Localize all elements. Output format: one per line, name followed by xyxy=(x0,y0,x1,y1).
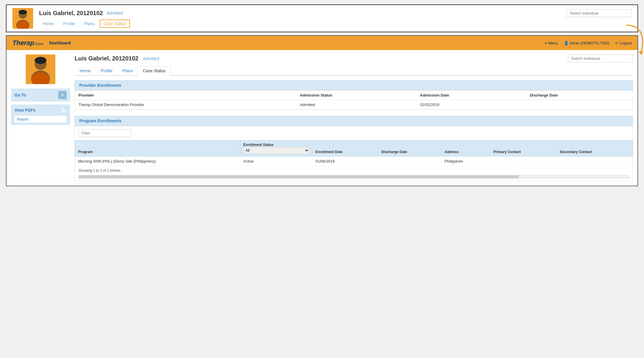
left-sidebar: Go To ▼ View PDFs 📄 Report xyxy=(11,54,70,181)
program-name-cell: Morning Shift (PHL) (Demo Site (Philippi… xyxy=(75,157,240,166)
logout-icon: ↩ xyxy=(615,41,619,45)
discharge-date-cell xyxy=(526,100,633,110)
logo-text: Therap xyxy=(12,39,34,47)
view-pdfs-section: View PDFs 📄 Report xyxy=(11,105,70,125)
logout-label: Logout xyxy=(620,41,632,45)
main-content: Luis Gabriel, 20120102 Admitted Home Pro… xyxy=(75,54,633,181)
showing-entries: Showing 1 to 1 of 1 entries xyxy=(75,166,633,175)
admission-date-cell: 01/02/2019 xyxy=(416,100,526,110)
program-enrollments-header: Program Enrollments xyxy=(75,116,633,126)
program-enrollments-table: Program Enrollment Status All Active Ina… xyxy=(75,140,633,166)
user-icon: 👤 xyxy=(564,41,569,45)
tab-profile[interactable]: Profile xyxy=(96,66,117,75)
menu-label: Menu xyxy=(548,41,558,45)
header-right-controls: ≡ Menu 👤 Imran (DEMOTG-TGD) ↩ Logout xyxy=(545,41,632,45)
go-to-section[interactable]: Go To ▼ xyxy=(11,89,70,102)
top-preview-bar: Luis Gabriel, 20120102 Admitted Home Pro… xyxy=(6,4,638,32)
tab-case-status[interactable]: Case Status xyxy=(138,66,170,76)
view-pdfs-label: View PDFs xyxy=(15,108,36,113)
top-person-name: Luis Gabriel, 20120102 xyxy=(39,10,103,17)
table-row: Morning Shift (PHL) (Demo Site (Philippi… xyxy=(75,157,633,166)
sidebar-avatar xyxy=(26,54,55,84)
go-to-label: Go To xyxy=(15,93,26,97)
provider-enrollments-header: Provider Enrollments xyxy=(75,80,633,90)
secondary-contact-col-header: Secondary Contact xyxy=(557,140,633,157)
provider-col-header: Provider xyxy=(75,91,296,100)
top-nav-case-status[interactable]: Case Status xyxy=(100,20,130,28)
scrollbar-thumb[interactable] xyxy=(79,175,519,178)
report-link[interactable]: Report xyxy=(15,116,67,123)
person-header: Luis Gabriel, 20120102 Admitted xyxy=(75,54,633,62)
discharge-date-col-header: Discharge Date xyxy=(526,91,633,100)
main-admitted-badge: Admitted xyxy=(143,56,159,61)
primary-contact-col-header: Primary Contact xyxy=(490,140,557,157)
main-person-name: Luis Gabriel, 20120102 xyxy=(75,55,139,62)
prog-discharge-date-cell xyxy=(378,157,442,166)
view-pdfs-header: View PDFs 📄 xyxy=(15,107,67,113)
main-tabs: Home Profile Plans Case Status xyxy=(75,66,633,76)
user-link[interactable]: 👤 Imran (DEMOTG-TGD) xyxy=(564,41,609,45)
program-enrollments-section: Program Enrollment Status All Active Ina… xyxy=(75,126,633,181)
content-area: Go To ▼ View PDFs 📄 Report Luis Gabriel,… xyxy=(7,50,637,186)
prog-enrollment-status-cell: Active xyxy=(240,157,313,166)
top-header-right: Luis Gabriel, 20120102 Admitted Home Pro… xyxy=(39,9,632,28)
top-nav-profile[interactable]: Profile xyxy=(59,20,79,28)
enrollment-status-col-header: Enrollment Status All Active Inactive xyxy=(240,140,313,157)
prog-secondary-contact-cell xyxy=(557,157,633,166)
tab-home[interactable]: Home xyxy=(75,66,96,75)
horizontal-scrollbar[interactable] xyxy=(78,175,629,179)
table-row: Therap Global Demonstration Provider Adm… xyxy=(75,100,633,110)
menu-icon: ≡ xyxy=(545,41,547,45)
main-dashboard-container: Therap Global Dashboard ≡ Menu 👤 Imran (… xyxy=(6,35,638,186)
top-nav-home[interactable]: Home xyxy=(39,20,58,28)
enrollment-date-col-header: Enrollment Date xyxy=(312,140,378,157)
top-nav: Home Profile Plans Case Status xyxy=(39,20,632,28)
menu-link[interactable]: ≡ Menu xyxy=(545,41,558,45)
dashboard-header: Therap Global Dashboard ≡ Menu 👤 Imran (… xyxy=(7,36,637,50)
enrollment-status-filter[interactable]: All Active Inactive xyxy=(243,147,309,154)
user-label: Imran (DEMOTG-TGD) xyxy=(570,41,609,45)
main-switch-individual-input[interactable] xyxy=(568,54,633,62)
provider-enrollments-table-container: Provider Admission Status Admission Date… xyxy=(75,90,633,110)
program-col-header: Program xyxy=(75,140,240,157)
svg-point-9 xyxy=(35,57,46,64)
dashboard-label: Dashboard xyxy=(49,41,71,45)
provider-cell: Therap Global Demonstration Provider xyxy=(75,100,296,110)
prog-address-cell: Philippines xyxy=(441,157,490,166)
prog-discharge-date-col-header: Discharge Date xyxy=(378,140,442,157)
prog-primary-contact-cell xyxy=(490,157,557,166)
logout-link[interactable]: ↩ Logout xyxy=(615,41,632,45)
top-nav-plans[interactable]: Plans xyxy=(80,20,98,28)
go-to-dropdown-arrow[interactable]: ▼ xyxy=(58,91,67,99)
admission-date-col-header: Admission Date xyxy=(416,91,526,100)
filter-input[interactable] xyxy=(78,129,132,137)
logo-global: Global xyxy=(35,42,43,46)
top-admitted-badge: Admitted xyxy=(107,11,123,15)
top-avatar xyxy=(12,8,33,29)
svg-marker-5 xyxy=(639,51,643,55)
admission-status-cell: Admitted xyxy=(296,100,416,110)
svg-point-3 xyxy=(19,10,27,15)
tab-plans[interactable]: Plans xyxy=(117,66,138,75)
address-col-header: Address xyxy=(441,140,490,157)
therap-logo: Therap Global xyxy=(12,39,43,47)
top-switch-individual-input[interactable] xyxy=(566,9,632,17)
admission-status-col-header: Admission Status xyxy=(296,91,416,100)
provider-enrollments-table: Provider Admission Status Admission Date… xyxy=(75,91,633,110)
prog-enrollment-date-cell: 01/06/2019 xyxy=(312,157,378,166)
pdf-icon: 📄 xyxy=(60,107,67,113)
